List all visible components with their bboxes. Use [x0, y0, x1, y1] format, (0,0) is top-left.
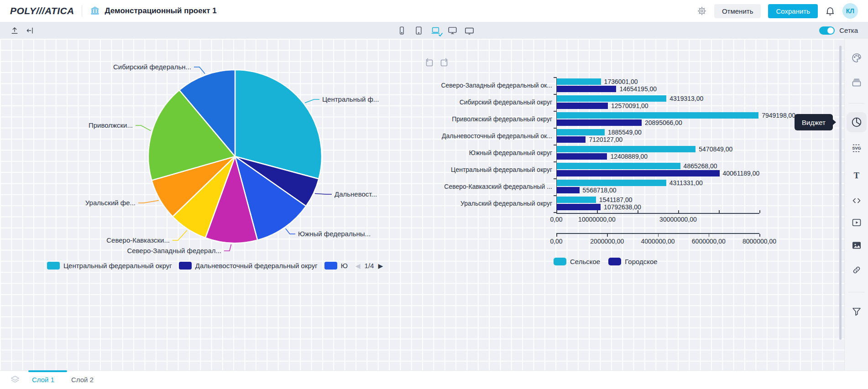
category-axis-tick: [554, 145, 556, 145]
bar-value-label: 4311331,00: [669, 180, 703, 186]
pie-slice-label: Сибирский федеральн...: [113, 63, 191, 71]
canvas-scrollbar[interactable]: [839, 46, 842, 340]
filter-icon[interactable]: [851, 306, 862, 317]
bar[interactable]: [557, 170, 720, 176]
axis-tick-label: 30000000,00: [659, 216, 697, 223]
pie-chart-widget[interactable]: Центральный ф...Дальневост...Южный федер…: [37, 46, 429, 283]
bar[interactable]: [557, 86, 616, 92]
legend-pagination: ◀1/4▶: [356, 262, 383, 270]
bar[interactable]: [557, 204, 601, 210]
bar-value-label: 4865268,00: [684, 163, 717, 169]
category-axis-tick: [554, 128, 556, 129]
pie-label-leader: [136, 125, 151, 131]
tab-layer-1[interactable]: Слой 1: [32, 371, 54, 389]
bar[interactable]: [557, 180, 666, 186]
bar-row: Южный федеральный округ5470849,001240888…: [425, 145, 759, 161]
bar-area: 1736001,0014654195,00: [556, 77, 759, 94]
pie-slice-label: Северо-Западный федерал...: [127, 247, 221, 254]
bar-value-label: 40061189,00: [723, 170, 760, 176]
flip-back-icon[interactable]: [424, 57, 434, 68]
save-button[interactable]: Сохранить: [768, 4, 818, 18]
header-divider: [82, 5, 82, 17]
bar-row: Уральский федеральный округ1541187,00107…: [425, 195, 759, 212]
axis-tick: [759, 210, 760, 213]
bar-value-label: 1541187,00: [599, 197, 633, 203]
svg-icon[interactable]: SVG: [851, 142, 863, 154]
bar[interactable]: [557, 163, 680, 169]
bar[interactable]: [557, 136, 586, 143]
bar[interactable]: [557, 146, 695, 152]
bar-area: 1885549,007120127,00: [556, 128, 759, 145]
grid-toggle[interactable]: [819, 26, 835, 35]
bar[interactable]: [557, 119, 642, 126]
layers-bar: Слой 1 Слой 2: [0, 370, 868, 389]
bar[interactable]: [557, 78, 601, 85]
media-icon[interactable]: [851, 217, 862, 228]
bar-chart-widget[interactable]: Северо-Западный федеральный ок...1736001…: [422, 57, 769, 276]
bar-axis-top: 0,0010000000,0030000000,00: [556, 213, 759, 224]
code-icon[interactable]: [851, 195, 862, 206]
device-tv-icon[interactable]: [463, 25, 475, 36]
device-laptop-icon[interactable]: [429, 25, 441, 36]
pie-legend: Центральный федеральный округДальневосто…: [47, 262, 383, 270]
pie-label-leader: [286, 228, 295, 234]
pie-slice-label: Северо-Кавказски...: [106, 236, 170, 244]
toolbar: Сетка: [0, 22, 868, 39]
bar[interactable]: [557, 103, 608, 109]
legend-item[interactable]: Дальневосточный федеральный округ: [179, 262, 318, 270]
app-logo: POLY///ATICA: [10, 5, 74, 16]
palette-icon[interactable]: [851, 52, 862, 63]
text-icon[interactable]: T: [851, 170, 863, 182]
device-preview-switcher: [396, 25, 475, 36]
category-axis-tick: [554, 195, 556, 196]
collapse-icon[interactable]: [26, 26, 35, 35]
legend-swatch: [608, 258, 621, 265]
upload-icon[interactable]: [10, 26, 19, 35]
legend-label: Центральный федеральный округ: [63, 262, 172, 270]
flip-forward-icon[interactable]: [439, 57, 450, 68]
legend-swatch: [47, 262, 60, 270]
bar[interactable]: [557, 95, 666, 102]
image-icon[interactable]: [851, 240, 862, 251]
tab-layer-2[interactable]: Слой 2: [71, 371, 94, 389]
bar-value-label: 1736001,00: [604, 78, 638, 85]
bar[interactable]: [557, 129, 605, 135]
bar-category-label: Дальневосточный федеральный ок...: [425, 128, 556, 145]
axis-tick: [597, 210, 598, 213]
bar-category-label: Северо-Западный федеральный ок...: [425, 77, 556, 94]
pie-label-leader: [305, 99, 319, 103]
legend-item[interactable]: Ю: [324, 262, 348, 270]
components-icon[interactable]: [851, 77, 862, 88]
device-smartphone-icon[interactable]: [396, 25, 408, 36]
legend-item[interactable]: Центральный федеральный округ: [47, 262, 172, 270]
notifications-bell-icon[interactable]: [825, 6, 835, 16]
bar[interactable]: [557, 153, 607, 160]
pie-slice-label: Южный федеральны...: [298, 230, 371, 238]
cancel-button[interactable]: Отменить: [714, 4, 761, 18]
legend-item[interactable]: Сельское: [554, 258, 600, 265]
link-icon[interactable]: [852, 265, 862, 275]
legend-label: Ю: [341, 262, 348, 270]
dashboard-canvas[interactable]: Центральный ф...Дальневост...Южный федер…: [0, 39, 844, 372]
legend-next-icon[interactable]: ▶: [378, 262, 383, 270]
bar[interactable]: [557, 197, 596, 203]
bar-row: Дальневосточный федеральный ок...1885549…: [425, 128, 759, 145]
sidebar-divider: [848, 292, 865, 292]
bar[interactable]: [557, 187, 580, 193]
bar-area: 5470849,0012408889,00: [556, 145, 759, 161]
legend-label: Дальневосточный федеральный округ: [195, 262, 318, 270]
bar[interactable]: [557, 112, 758, 119]
device-desktop-icon[interactable]: [446, 25, 458, 36]
bar-value-label: 5470849,00: [699, 146, 732, 152]
bar-value-label: 5568718,00: [583, 187, 617, 193]
legend-prev-icon[interactable]: ◀: [356, 262, 361, 270]
bar-value-label: 7120127,00: [589, 136, 622, 143]
bar-row: Сибирский федеральный округ4319313,00125…: [425, 94, 759, 111]
bar-legend: СельскоеГородское: [554, 258, 658, 265]
axis-tick: [709, 234, 710, 237]
device-tablet-icon[interactable]: [413, 25, 424, 36]
legend-item[interactable]: Городское: [608, 258, 657, 265]
widget-icon[interactable]: [851, 116, 863, 128]
settings-gear-icon[interactable]: [697, 6, 707, 16]
avatar[interactable]: КЛ: [842, 3, 858, 19]
